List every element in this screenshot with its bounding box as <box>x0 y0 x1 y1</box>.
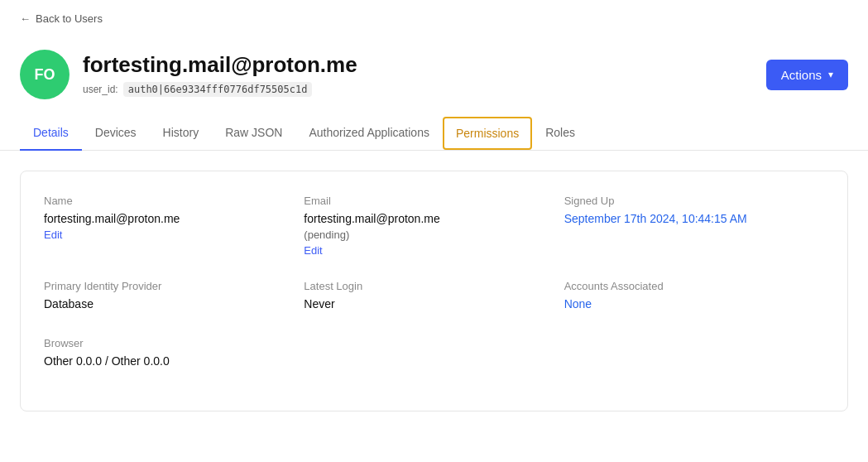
field-signed-up: Signed Up September 17th 2024, 10:44:15 … <box>564 195 824 280</box>
tab-devices[interactable]: Devices <box>82 116 150 151</box>
signed-up-label: Signed Up <box>564 195 824 207</box>
back-to-users-label: Back to Users <box>36 12 103 25</box>
latest-login-value: Never <box>304 297 563 310</box>
accounts-associated-label: Accounts Associated <box>564 280 824 292</box>
user-details-card: Name fortesting.mail@proton.me Edit Emai… <box>20 171 848 411</box>
field-primary-identity-provider: Primary Identity Provider Database <box>44 280 304 337</box>
signed-up-value: September 17th 2024, 10:44:15 AM <box>564 212 824 225</box>
back-nav: ← Back to Users <box>0 0 868 25</box>
user-email: fortesting.mail@proton.me <box>83 52 357 78</box>
field-browser: Browser Other 0.0.0 / Other 0.0.0 <box>44 337 304 394</box>
tab-details[interactable]: Details <box>20 116 82 151</box>
user-details: fortesting.mail@proton.me user_id: auth0… <box>83 52 357 96</box>
email-note: (pending) <box>304 229 563 241</box>
page: ← Back to Users FO fortesting.mail@proto… <box>0 0 868 462</box>
back-arrow-icon: ← <box>20 12 31 25</box>
field-email: Email fortesting.mail@proton.me (pending… <box>304 195 563 280</box>
latest-login-label: Latest Login <box>304 280 563 292</box>
browser-value: Other 0.0.0 / Other 0.0.0 <box>44 354 304 368</box>
user-info: FO fortesting.mail@proton.me user_id: au… <box>20 50 357 99</box>
pip-value: Database <box>44 297 304 310</box>
content-area: Name fortesting.mail@proton.me Edit Emai… <box>0 151 868 431</box>
tab-permissions[interactable]: Permissions <box>443 117 532 150</box>
field-accounts-associated: Accounts Associated None <box>564 280 824 337</box>
pip-label: Primary Identity Provider <box>44 280 304 292</box>
user-id-value: auth0|66e9334fff0776df75505c1d <box>123 82 313 97</box>
tab-raw-json[interactable]: Raw JSON <box>212 116 295 151</box>
field-name: Name fortesting.mail@proton.me Edit <box>44 195 304 280</box>
email-edit-link[interactable]: Edit <box>304 244 563 257</box>
email-value: fortesting.mail@proton.me <box>304 212 563 225</box>
user-id-label: user_id: <box>83 84 118 95</box>
header: FO fortesting.mail@proton.me user_id: au… <box>0 25 868 108</box>
email-label: Email <box>304 195 563 207</box>
user-id-row: user_id: auth0|66e9334fff0776df75505c1d <box>83 82 357 97</box>
tab-history[interactable]: History <box>150 116 213 151</box>
actions-button[interactable]: Actions ▾ <box>766 60 848 90</box>
name-edit-link[interactable]: Edit <box>44 229 304 241</box>
avatar: FO <box>20 50 70 99</box>
field-latest-login: Latest Login Never <box>304 280 563 337</box>
browser-label: Browser <box>44 337 304 349</box>
actions-button-label: Actions <box>781 68 822 82</box>
back-to-users-link[interactable]: ← Back to Users <box>20 12 103 25</box>
name-value: fortesting.mail@proton.me <box>44 212 304 225</box>
accounts-associated-value: None <box>564 297 824 310</box>
tab-roles[interactable]: Roles <box>532 116 588 151</box>
tabs-bar: Details Devices History Raw JSON Authori… <box>0 116 868 151</box>
fields-grid: Name fortesting.mail@proton.me Edit Emai… <box>44 195 824 394</box>
name-label: Name <box>44 195 304 207</box>
chevron-down-icon: ▾ <box>828 69 833 80</box>
tab-authorized-applications[interactable]: Authorized Applications <box>295 116 443 151</box>
